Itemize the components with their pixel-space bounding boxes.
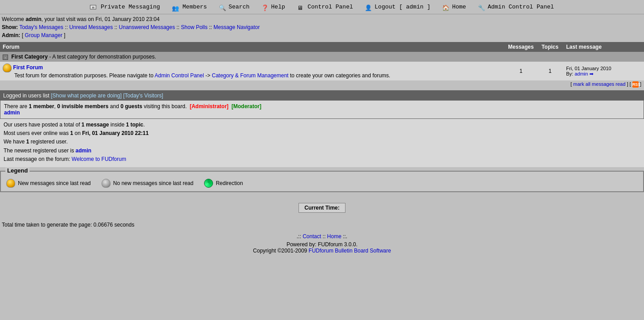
legend-item-new: New messages since last read	[6, 179, 91, 188]
envelope-icon: ✉	[90, 5, 96, 9]
max-online-line: Most users ever online was 1 on Fri, 01 …	[4, 129, 640, 138]
nav-help[interactable]: ❓ Help	[261, 4, 289, 10]
legend-redirect-icon	[204, 179, 213, 188]
admin-label: Admin:	[2, 32, 20, 38]
legend-redirect-label: Redirection	[216, 180, 243, 186]
newest-user-link[interactable]: admin	[76, 147, 91, 154]
header-forum: Forum	[0, 42, 505, 52]
logged-users-header: Logged in users list [Show what people a…	[0, 91, 644, 101]
welcome-bar: Welcome admin, your last visit was on Fr…	[0, 14, 644, 23]
forum-table: Forum Messages Topics Last message - Fir…	[0, 42, 644, 88]
rss-icon[interactable]: RSS	[632, 81, 639, 88]
header-messages: Messages	[505, 42, 537, 52]
logged-users-section: Logged in users list [Show what people a…	[0, 90, 644, 119]
forum-description: Test forum for demonstration purposes. P…	[14, 72, 390, 79]
footer-section: Current Time:	[0, 199, 644, 220]
show-label: Show:	[2, 24, 18, 30]
mark-all-link[interactable]: mark all messages read	[573, 81, 626, 87]
category-forum-management-link[interactable]: Category & Forum Management	[212, 72, 288, 79]
admin-bar: Admin: [ Group Manager ]	[0, 31, 644, 40]
group-manager-link[interactable]: Group Manager	[25, 32, 62, 38]
admin-user-link[interactable]: admin	[4, 109, 20, 116]
top-navigation: ✉ Private Messaging 👥 Members 🔍 Search ❓…	[0, 0, 644, 14]
nav-admin-control-panel[interactable]: 🔧 Admin Control Panel	[478, 4, 554, 10]
nav-home[interactable]: 🏠 Home	[442, 4, 469, 10]
current-time-container: Current Time:	[4, 203, 640, 216]
last-message-user-link[interactable]: admin	[575, 71, 588, 76]
footer-links: .:: Contact :: Home ::.	[0, 233, 644, 240]
show-polls[interactable]: Show Polls	[181, 24, 207, 30]
show-unanswered-messages[interactable]: Unanswered Messages	[119, 24, 175, 30]
forum-table-header: Forum Messages Topics Last message	[0, 42, 644, 52]
powered-by: Powered by: FUDforum 3.0.0. Copyright ©2…	[0, 241, 644, 254]
admin-control-panel-link[interactable]: Admin Control Panel	[155, 72, 204, 79]
current-time-box: Current Time:	[299, 203, 345, 213]
nav-search[interactable]: 🔍 Search	[219, 4, 253, 10]
category-cell: - First Category - A test category for d…	[0, 52, 644, 62]
contact-link[interactable]: Contact	[303, 233, 321, 240]
registered-users-line: We have 1 registered user.	[4, 138, 640, 146]
newest-user-line: The newest registered user is admin	[4, 147, 640, 155]
show-unread-messages[interactable]: Unread Messages	[69, 24, 113, 30]
logout-icon: 👤	[365, 4, 370, 10]
legend-section: Legend New messages since last read No n…	[0, 171, 644, 192]
total-messages-line: Our users have posted a total of 1 messa…	[4, 121, 640, 129]
forum-messages-count: 1	[505, 62, 537, 80]
forum-row: First Forum Test forum for demonstration…	[0, 62, 644, 80]
total-time: Total time taken to generate the page: 0…	[0, 220, 644, 230]
legend-bulb-on-icon	[6, 179, 15, 188]
administrator-badge: [Administrator]	[190, 103, 229, 109]
nav-private-messaging[interactable]: ✉ Private Messaging	[90, 4, 163, 10]
header-topics: Topics	[537, 42, 563, 52]
mark-all-cell: [ mark all messages read ] [ RSS ]	[0, 80, 644, 88]
legend-item-redirect: Redirection	[204, 179, 243, 188]
header-last-message: Last message	[563, 42, 644, 52]
last-forum-msg-link[interactable]: Welcome to FUDforum	[72, 156, 126, 162]
members-icon: 👥	[172, 5, 178, 9]
footer-suffix: ::.	[343, 233, 347, 240]
footer-home-link[interactable]: Home	[327, 233, 341, 240]
forum-info-cell: First Forum Test forum for demonstration…	[0, 62, 505, 80]
new-messages-icon	[3, 63, 12, 72]
collapse-icon[interactable]: -	[3, 55, 8, 60]
category-row: - First Category - A test category for d…	[0, 52, 644, 62]
legend-no-new-label: No new messages since last read	[113, 180, 193, 186]
legend-title: Legend	[5, 167, 30, 174]
logged-users-header-text: Logged in users list	[3, 93, 49, 99]
legend-items: New messages since last read No new mess…	[6, 175, 638, 188]
category-name: First Category	[11, 54, 47, 60]
home-icon: 🏠	[442, 4, 448, 10]
help-icon: ❓	[261, 4, 267, 10]
moderator-badge: [Moderator]	[231, 103, 261, 109]
welcome-text: Welcome admin, your last visit was on Fr…	[2, 16, 160, 22]
logged-users-body: There are 1 member, 0 invisible members …	[0, 101, 644, 118]
todays-visitors-link[interactable]: [Today's Visitors]	[123, 93, 163, 99]
nav-members[interactable]: 👥 Members	[172, 4, 210, 10]
visitor-count-text: There are 1 member, 0 invisible members …	[4, 103, 640, 109]
forum-topics-count: 1	[537, 62, 563, 80]
show-todays-messages[interactable]: Today's Messages	[19, 24, 63, 30]
nav-control-panel[interactable]: 🖥 Control Panel	[297, 4, 357, 10]
show-bar: Show: Today's Messages :: Unread Message…	[0, 23, 644, 31]
forum-last-message: Fri, 01 January 2010 By: admin ➡	[563, 62, 644, 80]
show-message-navigator[interactable]: Message Navigator	[213, 24, 260, 30]
control-panel-icon: 🖥	[297, 5, 303, 9]
category-description: - A test category for demonstration purp…	[49, 54, 156, 60]
last-forum-msg-line: Last message on the forum: Welcome to FU…	[4, 155, 640, 164]
mark-all-row: [ mark all messages read ] [ RSS ]	[0, 80, 644, 88]
legend-bulb-off-icon	[102, 179, 111, 188]
legend-item-no-new: No new messages since last read	[102, 179, 193, 188]
admin-icon: 🔧	[478, 4, 483, 10]
legend-new-label: New messages since last read	[18, 180, 91, 186]
show-doing-link[interactable]: [Show what people are doing]	[51, 93, 122, 99]
stats-section: Our users have posted a total of 1 messa…	[0, 119, 644, 167]
forum-name-link[interactable]: First Forum	[13, 64, 43, 71]
footer-prefix: .::	[297, 233, 301, 240]
goto-icon: ➡	[589, 71, 593, 77]
fudforum-link[interactable]: FUDforum Bulletin Board Software	[309, 248, 391, 254]
search-icon: 🔍	[219, 4, 224, 10]
nav-logout[interactable]: 👤 Logout [ admin ]	[365, 4, 434, 10]
